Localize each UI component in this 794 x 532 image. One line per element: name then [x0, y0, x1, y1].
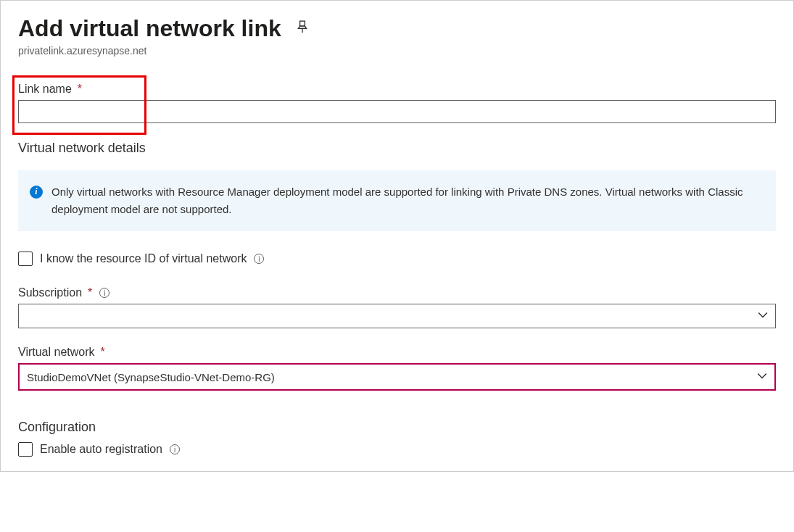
required-asterisk: *: [78, 83, 82, 96]
required-asterisk: *: [88, 286, 92, 299]
pin-icon[interactable]: [296, 20, 309, 37]
required-asterisk: *: [101, 346, 105, 359]
link-name-input[interactable]: [18, 100, 776, 123]
enable-auto-registration-label: Enable auto registration i: [40, 443, 180, 456]
chevron-down-icon: [758, 310, 768, 323]
vnet-details-heading: Virtual network details: [18, 141, 776, 156]
know-resource-id-checkbox[interactable]: [18, 252, 33, 266]
info-banner-text: Only virtual networks with Resource Mana…: [51, 183, 761, 218]
info-icon: i: [30, 186, 43, 199]
know-resource-id-label: I know the resource ID of virtual networ…: [40, 252, 264, 265]
info-tooltip-icon[interactable]: i: [99, 288, 109, 298]
configuration-heading: Configuration: [18, 420, 776, 435]
svg-rect-0: [299, 21, 305, 26]
enable-auto-registration-checkbox[interactable]: [18, 442, 33, 457]
info-banner: i Only virtual networks with Resource Ma…: [18, 170, 776, 231]
info-tooltip-icon[interactable]: i: [254, 254, 264, 264]
page-title: Add virtual network link: [18, 15, 281, 42]
info-tooltip-icon[interactable]: i: [170, 444, 180, 454]
subtitle: privatelink.azuresynapse.net: [18, 45, 776, 57]
link-name-label: Link name*: [18, 83, 776, 96]
subscription-label: Subscription* i: [18, 286, 776, 299]
chevron-down-icon: [757, 371, 767, 383]
virtual-network-dropdown[interactable]: StudioDemoVNet (SynapseStudio-VNet-Demo-…: [18, 363, 776, 391]
subscription-dropdown[interactable]: [18, 304, 776, 328]
virtual-network-label: Virtual network*: [18, 346, 776, 359]
